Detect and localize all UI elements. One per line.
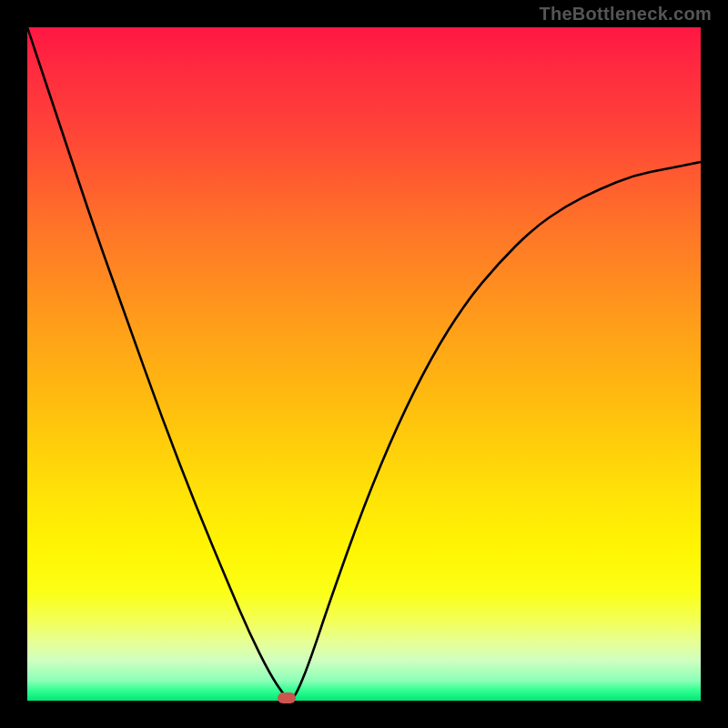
bottleneck-curve <box>27 27 701 701</box>
watermark-text: TheBottleneck.com <box>539 4 712 25</box>
optimal-point-marker <box>278 693 296 703</box>
chart-plot-area <box>27 27 701 701</box>
